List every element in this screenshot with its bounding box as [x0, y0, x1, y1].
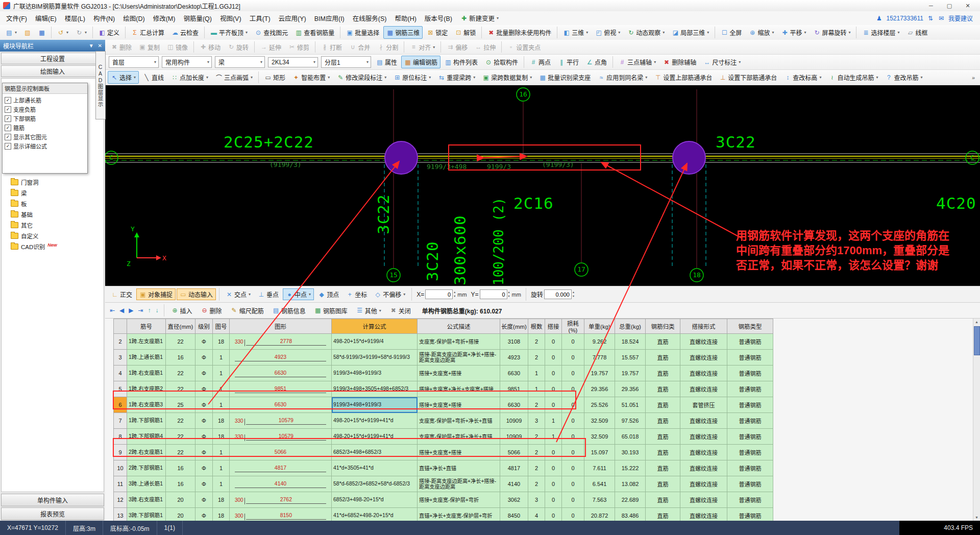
delete-elem-button[interactable]: ✖删除 — [108, 41, 135, 54]
nav-next-button[interactable]: ▶ — [127, 306, 135, 315]
row-down-button[interactable]: ↓ — [154, 306, 160, 315]
nav-first-button[interactable]: ⇤ — [108, 306, 116, 315]
col-header[interactable]: 筋号 — [127, 319, 166, 334]
length-cell[interactable]: 8450 — [500, 508, 528, 521]
dyn-input-toggle[interactable]: ▭动态输入 — [177, 288, 216, 300]
category-cell[interactable]: 直筋 — [646, 476, 680, 492]
spin-down-icon[interactable]: ▾ — [454, 295, 455, 299]
tree-item-beam[interactable]: 梁 — [4, 187, 103, 198]
formula-desc-cell[interactable]: 搭接+支座宽-保护层+弯折 — [418, 492, 500, 508]
rebar-name-cell[interactable]: 3跨.下部钢筋1 — [127, 508, 166, 521]
category-cell[interactable]: 直筋 — [646, 445, 680, 460]
level-cell[interactable]: Φ — [195, 508, 213, 521]
rebar-type-cell[interactable]: 普通钢筋 — [727, 413, 773, 429]
table-scrollbar[interactable]: ▲ ▼ — [973, 319, 980, 521]
menu-help[interactable]: 帮助(H) — [390, 11, 420, 25]
menu-online-service[interactable]: 在线服务(S) — [349, 11, 391, 25]
figure-no-cell[interactable]: 1 — [213, 381, 230, 397]
checkbox-icon[interactable]: ✓ — [5, 97, 11, 104]
shape-cell[interactable]: 3008150 — [230, 508, 332, 521]
figure-no-cell[interactable]: 1 — [213, 460, 230, 476]
rebar-type-cell[interactable]: 普通钢筋 — [727, 445, 773, 460]
figure-no-cell[interactable]: 1 — [213, 366, 230, 381]
splice-type-cell[interactable]: 直螺纹连接 — [680, 508, 727, 521]
figure-no-cell[interactable]: 18 — [213, 492, 230, 508]
checkbox-icon[interactable]: ✓ — [5, 143, 11, 150]
col-header[interactable]: 总重(kg) — [615, 319, 646, 334]
formula-desc-cell[interactable]: 搭接-距离支座边距离+净长+搭接-距离支座边距离 — [418, 350, 500, 366]
splice-type-cell[interactable]: 直螺纹连接 — [680, 366, 727, 381]
category-cell[interactable]: 直筋 — [646, 334, 680, 350]
rebar-info-button[interactable]: ▤钢筋信息 — [270, 304, 309, 317]
loss-cell[interactable]: 0 — [562, 397, 584, 413]
diameter-cell[interactable]: 16 — [166, 460, 195, 476]
shape-cell[interactable]: 5066 — [230, 445, 332, 460]
diameter-cell[interactable]: 25 — [166, 397, 195, 413]
set-grips-button[interactable]: ▫设置夹点 — [504, 41, 544, 54]
formula-desc-cell[interactable]: 搭接-距离支座边距离+净长+搭接-距离支座边距离 — [418, 476, 500, 492]
row-number-cell[interactable]: 3 — [114, 350, 127, 366]
loss-cell[interactable]: 0 — [562, 460, 584, 476]
splice-type-cell[interactable]: 直螺纹连接 — [680, 445, 727, 460]
row-number-cell[interactable]: 13 — [114, 508, 127, 521]
join-button[interactable]: ∪合并 — [346, 41, 373, 54]
row-number-cell[interactable]: 10 — [114, 460, 127, 476]
cad-canvas[interactable]: 16 C C 15 17 — [105, 85, 980, 286]
rebar-name-cell[interactable]: 3跨.上通长筋1 — [127, 476, 166, 492]
formula-cell[interactable]: 58*d-9199/3+9199+58*d-9199/3 — [332, 350, 418, 366]
define-button[interactable]: ◧定义 — [95, 26, 122, 39]
splice-type-cell[interactable]: 直螺纹连接 — [680, 476, 727, 492]
insert-button[interactable]: ⊕插入 — [168, 304, 195, 317]
splice-type-cell[interactable]: 直螺纹连接 — [680, 413, 727, 429]
total-weight-cell[interactable]: 13.082 — [615, 476, 646, 492]
rectangle-button[interactable]: ▭矩形 — [261, 71, 288, 84]
point-add-length-button[interactable]: ∷点加长度▾ — [168, 71, 211, 84]
formula-desc-cell[interactable]: 搭接+支座宽+净长+支座宽+搭接 — [418, 381, 500, 397]
rebar-type-cell[interactable]: 普通钢筋 — [727, 381, 773, 397]
lap-cell[interactable]: 0 — [545, 381, 562, 397]
count-cell[interactable]: 1 — [528, 381, 545, 397]
total-weight-cell[interactable]: 15.557 — [615, 350, 646, 366]
view-rebar-qty-button[interactable]: ▥查看钢筋量 — [292, 26, 337, 39]
row-up-button[interactable]: ↑ — [146, 306, 153, 315]
menu-element[interactable]: 构件(N) — [89, 11, 119, 25]
check-hanger-button[interactable]: ?查改吊筋▾ — [882, 71, 925, 84]
auto-hanger-button[interactable]: ≀自动生成吊筋▾ — [825, 71, 881, 84]
close-button[interactable]: ✕ — [959, 1, 977, 11]
pin-icon[interactable]: ▼ — [89, 43, 94, 48]
close-table-button[interactable]: ✖关闭 — [387, 304, 414, 317]
category-cell[interactable]: 直筋 — [646, 429, 680, 445]
level-cell[interactable]: Φ — [195, 350, 213, 366]
break-elem-button[interactable]: ∦打断 — [318, 41, 345, 54]
category-cell[interactable]: 直筋 — [646, 397, 680, 413]
formula-desc-cell[interactable]: 支座宽-保护层+弯折+净长+直锚 — [418, 413, 500, 429]
line-button[interactable]: ╲直线 — [140, 71, 167, 84]
edit-rebar-button[interactable]: ▦编辑钢筋 — [401, 56, 440, 68]
formula-cell[interactable]: 9199/3+498+9199/3 — [332, 397, 418, 413]
lock-button[interactable]: ⊠锁定 — [424, 26, 451, 39]
element-name-combo[interactable]: 2KL34▾ — [268, 57, 318, 67]
row-number-cell[interactable]: 6 — [114, 397, 127, 413]
length-cell[interactable]: 3062 — [500, 492, 528, 508]
lap-cell[interactable]: 1 — [545, 429, 562, 445]
spin-down-icon[interactable]: ▾ — [573, 295, 574, 299]
scroll-up-icon[interactable]: ▲ — [973, 319, 980, 325]
length-cell[interactable]: 9851 — [500, 381, 528, 397]
formula-cell[interactable]: 9199/3+498+3505+498+6852/3 — [332, 381, 418, 397]
menu-cloud-app[interactable]: 云应用(Y) — [275, 11, 310, 25]
shape-cell[interactable]: 3002762 — [230, 492, 332, 508]
project-settings-button[interactable]: 工程设置 — [1, 53, 104, 64]
redo-button[interactable]: ↻▾ — [72, 27, 90, 38]
rebar-type-cell[interactable]: 普通钢筋 — [727, 397, 773, 413]
coordinate-snap[interactable]: +坐标 — [343, 288, 370, 300]
single-element-input-button[interactable]: 单构件输入 — [1, 494, 104, 506]
figure-no-cell[interactable]: 18 — [213, 508, 230, 521]
formula-cell[interactable]: 6852/3+498+6852/3 — [332, 445, 418, 460]
col-header[interactable]: 单重(kg) — [584, 319, 615, 334]
figure-no-cell[interactable]: 18 — [213, 429, 230, 445]
row-number-cell[interactable]: 2 — [114, 334, 127, 350]
lap-cell[interactable]: 0 — [545, 476, 562, 492]
top-view-button[interactable]: ◰俯视▾ — [592, 26, 623, 39]
intersection-snap[interactable]: ✕交点▾ — [223, 288, 254, 300]
rebar-type-cell[interactable]: 普通钢筋 — [727, 492, 773, 508]
